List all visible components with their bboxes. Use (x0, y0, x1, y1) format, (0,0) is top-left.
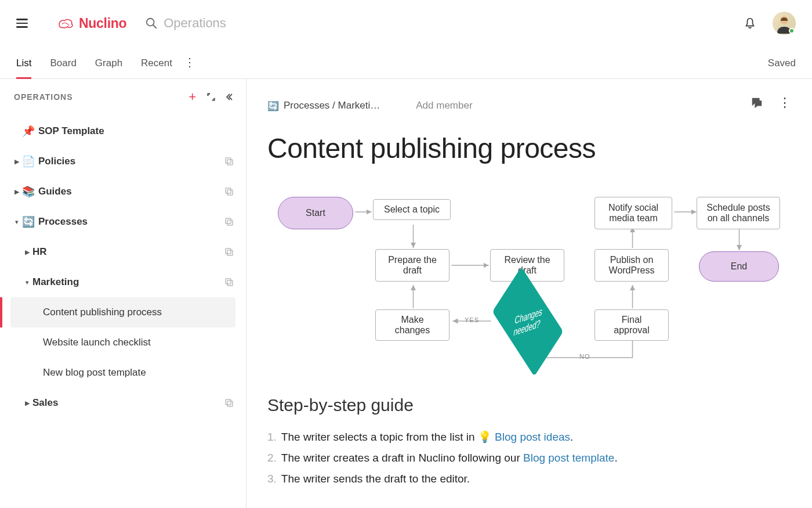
save-status: Saved (768, 57, 796, 78)
expand-icon[interactable] (206, 92, 216, 102)
sidebar-item-label: Content publishing process (43, 307, 162, 318)
tab-board[interactable]: Board (50, 49, 76, 78)
flow-edge-yes: YES (465, 316, 479, 323)
refresh-icon: 🔄 (267, 100, 279, 111)
flowchart: Start Select a topic Prepare the draft R… (267, 192, 791, 378)
chevron-down-icon: ▾ (23, 279, 31, 286)
flow-make-changes: Make changes (375, 309, 449, 341)
books-icon: 📚 (22, 185, 34, 198)
copy-icon[interactable] (225, 278, 233, 286)
status-online-icon (789, 28, 795, 34)
flow-prepare-draft: Prepare the draft (375, 249, 449, 282)
svg-rect-13 (226, 399, 231, 405)
sidebar-item-marketing[interactable]: ▾ Marketing (10, 267, 235, 297)
svg-rect-7 (226, 218, 231, 224)
add-item-button[interactable]: + (188, 89, 196, 105)
collapse-sidebar-icon[interactable] (226, 92, 235, 102)
sidebar-item-blog-template[interactable]: New blog post template (10, 358, 235, 388)
copy-icon[interactable] (225, 188, 233, 196)
svg-rect-8 (227, 220, 233, 225)
user-avatar[interactable] (773, 12, 796, 35)
sidebar-item-label: HR (32, 246, 47, 258)
sidebar-item-label: Policies (38, 156, 75, 167)
svg-rect-10 (227, 250, 233, 255)
flow-changes-needed: Changes needed? (490, 296, 566, 348)
sidebar-item-label: Website launch checklist (43, 337, 151, 348)
flow-edge-no: NO (579, 353, 590, 360)
flow-end: End (699, 251, 779, 282)
svg-rect-14 (227, 401, 233, 406)
doc-more-menu[interactable]: ⋮ (778, 95, 791, 110)
refresh-icon: 🔄 (22, 215, 34, 228)
svg-rect-4 (227, 160, 233, 165)
brand[interactable]: Nuclino (57, 16, 126, 31)
copy-icon[interactable] (225, 399, 233, 407)
svg-rect-3 (226, 158, 231, 163)
doc-title[interactable]: Content publishing process (267, 132, 791, 164)
tab-graph[interactable]: Graph (95, 49, 122, 78)
svg-rect-6 (227, 190, 233, 195)
svg-line-1 (153, 25, 157, 28)
sidebar-item-label: New blog post template (43, 367, 146, 379)
svg-rect-12 (227, 280, 233, 286)
flow-final-approval: Final approval (594, 309, 669, 341)
brand-name: Nuclino (79, 16, 126, 31)
svg-rect-11 (226, 279, 231, 284)
tabs-more-menu[interactable]: ⋮ (184, 55, 195, 78)
flow-publish: Publish on WordPress (594, 249, 669, 282)
chevron-right-icon: ▶ (13, 188, 21, 196)
svg-rect-9 (226, 248, 231, 254)
brand-logo-icon (57, 17, 74, 30)
guide-heading: Step-by-step guide (267, 395, 791, 415)
tab-recent[interactable]: Recent (141, 49, 172, 78)
chevron-down-icon: ▾ (13, 218, 21, 226)
chevron-right-icon: ▶ (23, 248, 31, 256)
search-icon (145, 17, 158, 30)
sidebar-pinned-label: SOP Template (38, 125, 104, 137)
guide-step[interactable]: The writer creates a draft in Nuclino fo… (267, 448, 791, 469)
link-blog-post-ideas[interactable]: Blog post ideas (495, 431, 570, 443)
sidebar-item-label: Sales (32, 397, 58, 409)
copy-icon[interactable] (225, 218, 233, 226)
flow-notify: Notify social media team (594, 197, 672, 229)
sidebar-pinned-sop-template[interactable]: 📌 SOP Template (10, 116, 235, 146)
document-icon: 📄 (22, 155, 34, 168)
copy-icon[interactable] (225, 157, 233, 165)
chevron-right-icon: ▶ (23, 399, 31, 407)
pin-icon: 📌 (22, 125, 34, 138)
comments-icon[interactable] (751, 96, 763, 109)
sidebar-item-processes[interactable]: ▾ 🔄 Processes (10, 207, 235, 237)
flow-select-topic: Select a topic (373, 199, 451, 220)
sidebar-item-sales[interactable]: ▶ Sales (10, 388, 235, 418)
sidebar-item-label: Processes (38, 216, 88, 228)
search-placeholder: Operations (164, 16, 226, 31)
flow-start: Start (278, 197, 353, 229)
sidebar-item-policies[interactable]: ▶ 📄 Policies (10, 146, 235, 176)
add-member-button[interactable]: Add member (416, 100, 472, 111)
sidebar-item-hr[interactable]: ▶ HR (10, 237, 235, 267)
menu-button[interactable] (16, 17, 29, 30)
sidebar-item-label: Guides (38, 186, 72, 197)
svg-rect-5 (226, 188, 231, 193)
sidebar-item-content-publishing[interactable]: Content publishing process (10, 297, 235, 327)
tab-list[interactable]: List (16, 49, 31, 78)
sidebar-item-label: Marketing (32, 276, 79, 288)
guide-step[interactable]: The writer selects a topic from the list… (267, 427, 791, 448)
search-button[interactable]: Operations (145, 16, 226, 31)
sidebar-item-guides[interactable]: ▶ 📚 Guides (10, 176, 235, 207)
guide-step[interactable]: The writer sends the draft to the editor… (267, 469, 791, 489)
flow-schedule: Schedule posts on all channels (697, 197, 780, 229)
breadcrumb[interactable]: Processes / Marketi… (284, 100, 380, 111)
link-blog-post-template[interactable]: Blog post template (523, 452, 614, 464)
copy-icon[interactable] (225, 248, 233, 256)
notifications-icon[interactable] (744, 17, 756, 30)
chevron-right-icon: ▶ (13, 158, 21, 165)
sidebar-title: OPERATIONS (14, 92, 73, 102)
sidebar-item-website-launch[interactable]: Website launch checklist (10, 327, 235, 358)
